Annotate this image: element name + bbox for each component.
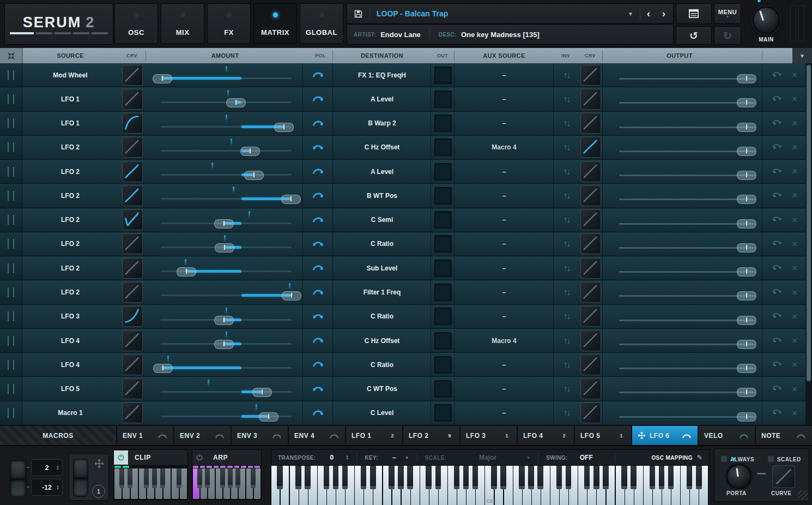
output-handle[interactable] xyxy=(737,267,756,276)
output-slider[interactable] xyxy=(602,256,762,280)
output-slider[interactable] xyxy=(602,63,762,87)
black-key[interactable] xyxy=(500,466,506,489)
invert-toggle[interactable]: ↑↓ xyxy=(553,232,579,256)
scaled-checkbox[interactable] xyxy=(768,456,774,462)
mod-source-select[interactable]: LFO 4 xyxy=(22,329,119,352)
black-key[interactable] xyxy=(160,468,165,488)
tab-lfo1[interactable]: LFO 12 xyxy=(346,426,402,445)
mod-source-select[interactable]: LFO 2 xyxy=(22,184,119,207)
mod-source-select[interactable]: LFO 5 xyxy=(22,377,119,400)
remove-row-button[interactable]: ✕ xyxy=(792,216,798,224)
invert-toggle[interactable]: ↑↓ xyxy=(553,208,579,232)
black-key[interactable] xyxy=(177,468,181,488)
polarity-toggle[interactable] xyxy=(302,160,333,183)
remove-row-button[interactable]: ✕ xyxy=(792,240,798,248)
tab-env1[interactable]: ENV 1 xyxy=(117,426,173,445)
polarity-toggle[interactable] xyxy=(302,353,333,376)
aux-curve-cell[interactable] xyxy=(579,353,602,376)
pencil-icon[interactable]: ✎ xyxy=(697,454,702,461)
output-handle[interactable] xyxy=(737,340,756,349)
amount-slider[interactable] xyxy=(146,329,302,352)
invert-toggle[interactable]: ↑↓ xyxy=(553,329,579,352)
mod-destination-select[interactable]: FX 1: EQ FreqH xyxy=(332,63,431,87)
amount-slider[interactable] xyxy=(146,377,302,400)
source-curve-cell[interactable] xyxy=(119,63,146,87)
black-key[interactable] xyxy=(295,466,301,489)
polarity-toggle[interactable] xyxy=(302,377,333,400)
black-key[interactable] xyxy=(696,466,702,489)
bend-range-down-stepper[interactable]: -12 ▲▼ xyxy=(31,479,63,496)
main-keyboard[interactable]: C3 xyxy=(271,466,708,505)
source-curve-cell[interactable] xyxy=(119,329,146,352)
black-key[interactable] xyxy=(593,466,599,489)
black-key[interactable] xyxy=(305,466,311,489)
polarity-toggle[interactable] xyxy=(302,280,333,304)
aux-output-button[interactable] xyxy=(771,310,783,322)
invert-toggle[interactable]: ↑↓ xyxy=(553,401,579,425)
row-drag-handle[interactable] xyxy=(0,112,22,135)
mod-source-select[interactable]: LFO 1 xyxy=(22,87,119,111)
osc-mapping-label[interactable]: OSC MAPPING xyxy=(651,455,693,461)
aux-output-button[interactable] xyxy=(771,93,783,105)
black-key[interactable] xyxy=(631,466,637,489)
black-key[interactable] xyxy=(621,466,627,489)
source-curve-cell[interactable] xyxy=(119,87,146,111)
amount-handle[interactable] xyxy=(153,364,173,373)
black-key[interactable] xyxy=(144,468,149,488)
amount-handle[interactable] xyxy=(244,171,264,180)
key-dropdown-icon[interactable]: ▼ xyxy=(405,455,409,460)
tab-lfo4[interactable]: LFO 42 xyxy=(518,426,574,445)
key-value[interactable]: – xyxy=(392,454,396,461)
aux-output-button[interactable] xyxy=(771,359,783,371)
clip-mini-keyboard[interactable] xyxy=(113,466,188,500)
row-drag-handle[interactable] xyxy=(0,160,22,183)
aux-curve-cell[interactable] xyxy=(579,136,602,159)
black-key[interactable] xyxy=(463,466,469,489)
aux-source-select[interactable]: – xyxy=(454,280,554,304)
aux-output-button[interactable] xyxy=(771,190,783,202)
output-handle[interactable] xyxy=(737,243,756,253)
stepper-arrows-icon[interactable]: ▲▼ xyxy=(56,465,59,471)
mod-destination-select[interactable]: C Semi xyxy=(332,208,431,232)
output-handle[interactable] xyxy=(737,412,756,422)
output-handle[interactable] xyxy=(737,171,756,180)
polarity-toggle[interactable] xyxy=(302,401,333,425)
row-drag-handle[interactable] xyxy=(0,377,22,400)
aux-source-select[interactable]: – xyxy=(454,208,554,232)
mod-destination-select[interactable]: A Level xyxy=(332,160,431,183)
black-key[interactable] xyxy=(668,466,674,489)
mod-source-select[interactable]: LFO 3 xyxy=(22,305,119,328)
amount-handle[interactable] xyxy=(281,195,301,204)
mod-wheel[interactable] xyxy=(73,459,88,497)
output-handle[interactable] xyxy=(737,291,756,300)
row-drag-handle[interactable] xyxy=(0,280,22,304)
source-curve-cell[interactable] xyxy=(119,401,146,425)
aux-output-button[interactable] xyxy=(771,262,783,274)
header-aux-source[interactable]: AUX SOURCE xyxy=(483,52,525,59)
row-drag-handle[interactable] xyxy=(0,184,22,207)
aux-output-button[interactable] xyxy=(771,238,783,250)
black-key[interactable] xyxy=(370,466,376,489)
save-icon[interactable] xyxy=(354,9,363,19)
source-curve-cell[interactable] xyxy=(119,256,146,280)
aux-curve-cell[interactable] xyxy=(579,280,602,304)
mod-destination-select[interactable]: C Ratio xyxy=(332,353,431,376)
amount-slider[interactable] xyxy=(146,232,302,256)
nav-tab-global[interactable]: GLOBAL xyxy=(300,3,343,44)
black-key[interactable] xyxy=(566,466,572,489)
row-drag-handle[interactable] xyxy=(0,353,22,376)
source-curve-cell[interactable] xyxy=(119,136,146,159)
amount-handle[interactable] xyxy=(252,388,272,397)
amount-slider[interactable] xyxy=(146,63,302,87)
output-handle[interactable] xyxy=(737,364,756,373)
amount-slider[interactable] xyxy=(146,184,302,207)
aux-source-select[interactable]: – xyxy=(454,87,554,111)
pitch-bend-wheel[interactable] xyxy=(10,460,26,497)
amount-slider[interactable] xyxy=(146,353,302,376)
move-icon[interactable] xyxy=(94,459,104,468)
mod-destination-select[interactable]: B WT Pos xyxy=(332,184,431,207)
black-key[interactable] xyxy=(220,468,225,488)
aux-output-button[interactable] xyxy=(771,383,783,395)
tab-env2[interactable]: ENV 2 xyxy=(174,426,231,445)
scaled-toggle[interactable]: SCALED xyxy=(768,454,801,464)
